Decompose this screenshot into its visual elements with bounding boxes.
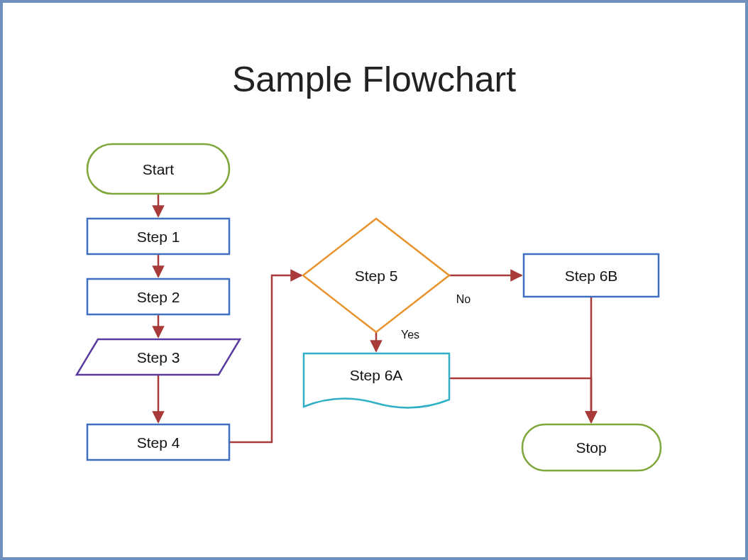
node-step6b: Step 6B — [524, 254, 659, 297]
svg-text:Step 1: Step 1 — [137, 229, 180, 245]
svg-text:Start: Start — [143, 161, 175, 177]
node-step3: Step 3 — [77, 339, 240, 375]
edge-label-no: No — [456, 293, 471, 305]
node-step2: Step 2 — [87, 279, 229, 314]
node-step1: Step 1 — [87, 219, 229, 254]
slide-canvas: Sample Flowchart — [20, 20, 728, 540]
svg-text:Step 6B: Step 6B — [565, 268, 618, 284]
slide-frame: Sample Flowchart — [0, 0, 748, 560]
node-step4: Step 4 — [87, 424, 229, 460]
svg-text:Step 4: Step 4 — [137, 434, 180, 451]
edge-step4-step5 — [229, 275, 302, 442]
svg-text:Step 5: Step 5 — [355, 268, 398, 284]
node-step6a: Step 6A — [304, 353, 449, 407]
edge-step6a-stop — [449, 378, 591, 422]
node-stop: Stop — [522, 424, 661, 471]
svg-text:Step 6A: Step 6A — [350, 367, 403, 383]
svg-text:Stop: Stop — [576, 439, 606, 456]
edge-label-yes: Yes — [401, 329, 419, 341]
node-step5: Step 5 — [303, 219, 449, 332]
flowchart-svg: No Yes Start Step 1 Step 2 Step 3 — [20, 20, 730, 545]
svg-text:Step 3: Step 3 — [137, 349, 180, 366]
node-start: Start — [87, 144, 229, 194]
svg-text:Step 2: Step 2 — [137, 289, 180, 305]
